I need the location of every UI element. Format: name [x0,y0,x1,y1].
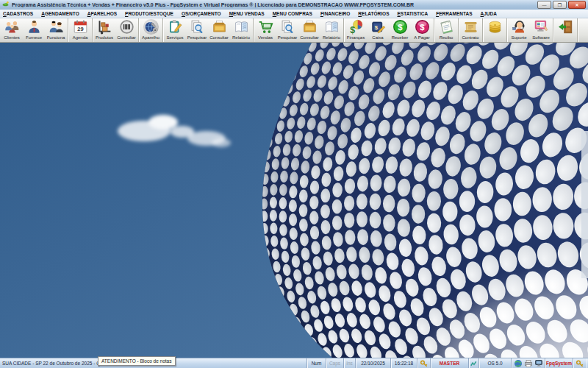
toolbar-button-aparelho[interactable]: Aparelho [140,18,162,42]
status-caps-lock: Caps [326,358,344,368]
status-keys2-panel [573,358,587,368]
close-button[interactable]: ✕ [568,1,586,9]
menu-item-financeiro[interactable]: FINANCEIRO [320,11,350,16]
toolbar-button-label: Produtos [96,35,113,40]
menu-item-relat-rios[interactable]: RELATÓRIOS [358,11,389,16]
menu-item-menu-compras[interactable]: MENU COMPRAS [273,11,312,16]
status-bar: SUA CIDADE - SP 22 de Outubro de 2025 - … [0,358,588,368]
search-docs-icon [280,19,295,35]
monitor-icon[interactable] [534,359,543,368]
toolbar-group [553,18,578,42]
toolbar-button-servi-os[interactable]: Serviços [164,18,186,42]
toolbar-button-pesquisar[interactable]: Pesquisar [186,18,208,42]
toolbar-button-relat-rio[interactable]: Relatório [320,18,343,42]
status-version: OS 5.0 [479,358,512,368]
toolbar-group: ClientesForneceFunciona [0,18,68,42]
toolbar: ClientesForneceFunciona29AgendaProdutosC… [0,18,588,43]
toolbar-button-agenda[interactable]: 29Agenda [69,18,91,42]
menu-item-estatistica[interactable]: ESTATISTICA [397,11,428,16]
toolbar-button-vendas[interactable]: Vendas [254,18,276,42]
menu-bar: CADASTROSAGENDAMENTOAPARELHOSPRODUTO/EST… [0,10,588,18]
toolbar-button-label: Finanças [347,35,365,40]
menu-item-os-or-amento[interactable]: OS/ORÇAMENTO [182,11,221,16]
clients-people-icon [4,19,20,35]
toolbar-button-funciona[interactable]: Funciona [45,18,67,42]
menu-item-ferramentas[interactable]: FERRAMENTAS [436,11,472,16]
toolbar-button-caixa[interactable]: $Caixa [367,18,389,42]
toolbar-button-label: A Pagar [414,35,429,40]
finance-pie-icon: $ [348,19,364,35]
sales-cart-icon [258,19,273,35]
toolbar-button-clientes[interactable]: Clientes [1,18,23,42]
toolbar-button-consultar[interactable]: Consultar [115,18,137,42]
toolbar-button-finan-as[interactable]: $Finanças [345,18,367,42]
toolbar-button-receber[interactable]: $Receber [389,18,411,42]
toolbar-button-label: Pesquisar [278,35,298,40]
exit-door-icon [558,19,573,35]
keys-icon [420,359,429,368]
toolbar-button-label: Fornece [26,35,42,40]
archive-folder-icon [302,19,318,35]
toolbar-group: 29Agenda [68,18,93,42]
printer-icon[interactable] [524,359,533,368]
toolbar-button-consultar[interactable]: Consultar [208,18,230,42]
toolbar-group: VendasPesquisarConsultarRelatório [254,18,344,42]
menu-item-agendamento[interactable]: AGENDAMENTO [41,11,79,16]
window-controls: — ❐ ✕ [537,1,586,9]
toolbar-button-label: Caixa [372,35,383,40]
toolbar-button-relat-rio[interactable]: Relatório [230,18,252,42]
toolbar-button-label: Pesquisar [187,35,207,40]
device-globe-icon [143,19,159,35]
svg-text:$: $ [350,25,355,35]
toolbar-button-label: Consultar [300,35,319,40]
keys-icon [576,359,584,368]
minimize-button[interactable]: — [537,1,551,9]
restore-button[interactable]: ❐ [553,1,567,9]
menu-item-produto-estoque[interactable]: PRODUTO/ESTOQUE [125,11,173,16]
signal-icon [470,359,478,368]
menu-item-aparelhos[interactable]: APARELHOS [87,11,117,16]
toolbar-button-exit-door-icon[interactable] [554,18,576,42]
toolbar-button-label: Contrato [462,35,478,40]
toolbar-button-software[interactable]: Software [530,18,552,42]
menu-item-ajuda[interactable]: AJUDA [481,11,497,16]
services-clipboard-icon [168,19,183,35]
toolbar-button-coins-stack-icon[interactable] [484,18,506,42]
toolbar-button-a-pagar[interactable]: $A Pagar [411,18,433,42]
menu-item-menu-vendas[interactable]: MENU VENDAS [229,11,265,16]
archive-folder-icon [212,19,227,35]
building-facade [243,43,588,358]
calendar-icon: 29 [73,19,88,35]
toolbar-group [483,18,507,42]
toolbar-button-suporte[interactable]: Suporte [508,18,530,42]
toolbar-button-consultar[interactable]: Consultar [298,18,320,42]
status-insert: Ins [344,358,356,368]
title-bar: Programa Assistência Técnica + Vendas + … [0,0,588,10]
toolbar-button-recibo[interactable]: Recibo [435,18,457,42]
toolbar-button-label: Suporte [511,35,526,40]
svg-text:$: $ [420,23,425,32]
toolbar-button-fornece[interactable]: Fornece [23,18,45,42]
toolbar-button-produtos[interactable]: Produtos [93,18,115,42]
toolbar-button-label: Aparelho [142,35,159,40]
sprout-logo-icon [1,1,10,9]
toolbar-button-pesquisar[interactable]: Pesquisar [276,18,298,42]
toolbar-button-label: Recibo [440,35,453,40]
toolbar-button-label: Relatório [232,35,250,40]
menu-item-cadastros[interactable]: CADASTROS [3,11,33,16]
globe-icon[interactable] [514,359,523,368]
svg-text:$: $ [374,24,378,31]
supplier-person-icon [26,19,42,35]
employees-icon [49,19,64,35]
toolbar-button-contrato[interactable]: Contrato [459,18,481,42]
cloud [118,115,231,147]
svg-text:29: 29 [77,26,83,32]
toolbar-group: Aparelho [139,18,163,42]
window-title: Programa Assistência Técnica + Vendas + … [12,2,537,7]
toolbar-group: Contrato [459,18,483,42]
toolbar-button-label: Serviços [166,35,183,40]
toolbar-button-label: Vendas [258,35,273,40]
toolbar-button-label: Consultar [209,35,229,40]
coins-stack-icon [487,19,503,35]
software-monitor-icon [534,19,549,35]
